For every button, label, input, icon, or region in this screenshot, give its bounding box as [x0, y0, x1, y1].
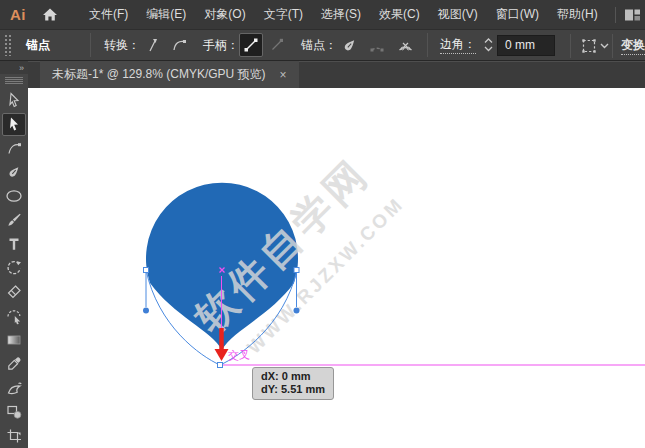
illustrator-window: Ai 文件(F) 编辑(E) 对象(O) 文字(T) 选择(S) 效果(C) 视…: [0, 0, 645, 448]
corner-label[interactable]: 边角：: [440, 36, 476, 54]
transform-link[interactable]: 变换: [621, 37, 645, 55]
gradient-tool[interactable]: [2, 329, 26, 352]
ellipse-tool[interactable]: [2, 185, 26, 208]
corner-stepper[interactable]: [482, 34, 495, 56]
drag-arrow-head: [215, 349, 229, 361]
menu-select[interactable]: 选择(S): [312, 0, 370, 29]
selection-tool[interactable]: [2, 89, 26, 112]
document-tab[interactable]: 未标题-1* @ 129.8% (CMYK/GPU 预览) ×: [40, 61, 299, 88]
selection-arrow-icon: [6, 92, 22, 108]
controlbar-divider: [427, 33, 428, 57]
tools-panel-header[interactable]: »: [0, 61, 28, 74]
eraser-tool[interactable]: [2, 281, 26, 304]
pen-nib-icon: [6, 164, 22, 180]
show-handles-button[interactable]: [239, 33, 263, 57]
bottom-anchor-point[interactable]: [218, 363, 223, 368]
menubar-divider: [615, 7, 616, 23]
measurement-tooltip: dX: 0 mm dY: 5.51 mm: [252, 367, 334, 400]
connect-endpoints-button[interactable]: [365, 33, 389, 57]
menu-window[interactable]: 窗口(W): [487, 0, 548, 29]
convert-to-smooth-button[interactable]: [167, 33, 191, 57]
context-label: 锚点: [26, 37, 50, 54]
anchors-label: 锚点：: [301, 37, 337, 54]
cut-path-button[interactable]: [393, 33, 417, 57]
tools-panel: »: [0, 61, 28, 448]
right-anchor-point[interactable]: [294, 268, 299, 273]
shape-builder-tool[interactable]: [2, 401, 26, 424]
rotate-tool[interactable]: [2, 257, 26, 280]
artboard-tool[interactable]: [2, 424, 26, 447]
scissors-path-icon: [397, 37, 414, 54]
shaper-icon: [6, 308, 23, 325]
curvature-tool[interactable]: [2, 137, 26, 160]
shape-builder-icon: [6, 403, 23, 420]
tooltip-dx: dX: 0 mm: [261, 370, 325, 383]
corner-radius-input[interactable]: [497, 35, 555, 56]
direct-selection-tool[interactable]: [2, 113, 26, 136]
eyedropper-tool[interactable]: [2, 353, 26, 376]
controlbar-divider: [90, 33, 91, 57]
artboard-icon: [6, 428, 22, 444]
width-swirl-icon: [6, 380, 23, 396]
convert-to-corner-button[interactable]: [140, 33, 164, 57]
menu-view[interactable]: 视图(V): [429, 0, 487, 29]
stepper-up-icon: [484, 38, 493, 44]
remove-anchor-button[interactable]: [337, 33, 361, 57]
connect-path-icon: [369, 37, 385, 53]
menu-help[interactable]: 帮助(H): [548, 0, 607, 29]
menu-object[interactable]: 对象(O): [195, 0, 254, 29]
artboard-canvas[interactable]: 软件自学网 WWW.RJZXW.COM: [28, 88, 645, 448]
curvature-icon: [6, 140, 22, 156]
main-area: »: [0, 61, 645, 448]
document-tab-bar: 未标题-1* @ 129.8% (CMYK/GPU 预览) ×: [28, 61, 645, 88]
left-handle-dot[interactable]: [143, 308, 149, 314]
control-bar: 锚点 转换： 手柄： 锚点： 边角：: [0, 29, 645, 61]
tools-panel-grip[interactable]: [5, 77, 23, 84]
paintbrush-tool[interactable]: [2, 209, 26, 232]
pen-nib-icon: [341, 37, 358, 54]
right-handle-dot[interactable]: [294, 308, 300, 314]
tab-close-icon[interactable]: ×: [280, 68, 287, 82]
menu-effect[interactable]: 效果(C): [370, 0, 429, 29]
chevron-down-icon: [600, 43, 609, 49]
controlbar-divider: [570, 30, 571, 61]
tooltip-dy: dY: 5.51 mm: [261, 383, 325, 396]
hide-handles-button[interactable]: [265, 33, 289, 57]
dashed-rect-icon: [581, 38, 597, 54]
controlbar-divider: [612, 30, 613, 61]
type-T-icon: [6, 236, 22, 252]
menu-file[interactable]: 文件(F): [80, 0, 137, 29]
main-menu: 文件(F) 编辑(E) 对象(O) 文字(T) 选择(S) 效果(C) 视图(V…: [80, 0, 607, 29]
artwork-layer: 软件自学网 WWW.RJZXW.COM: [28, 88, 645, 448]
handles-label: 手柄：: [203, 37, 239, 54]
left-anchor-point[interactable]: [144, 268, 149, 273]
hide-handles-icon: [269, 37, 285, 53]
stepper-down-icon: [484, 46, 493, 52]
rotate-icon: [6, 260, 22, 276]
menu-type[interactable]: 文字(T): [255, 0, 312, 29]
convert-label: 转换：: [104, 37, 140, 54]
panel-grip[interactable]: [4, 34, 12, 56]
intersect-label: 交叉: [228, 349, 250, 361]
smooth-point-icon: [171, 37, 187, 53]
eyedropper-icon: [6, 356, 22, 372]
workspace-layout-icon: [624, 8, 641, 22]
app-logo: Ai: [10, 6, 26, 23]
home-icon[interactable]: [42, 7, 58, 22]
direct-selection-arrow-icon: [6, 116, 22, 132]
width-tool[interactable]: [2, 377, 26, 400]
ellipse-icon: [5, 188, 23, 204]
show-handles-icon: [243, 37, 259, 53]
workspace-switcher[interactable]: [607, 7, 645, 23]
bounding-box-options-button[interactable]: [581, 30, 609, 61]
expand-panel-icon[interactable]: »: [19, 63, 24, 73]
eraser-icon: [6, 284, 22, 300]
menu-edit[interactable]: 编辑(E): [137, 0, 195, 29]
paintbrush-icon: [6, 212, 22, 228]
pen-tool[interactable]: [2, 161, 26, 184]
type-tool[interactable]: [2, 233, 26, 256]
menu-bar: Ai 文件(F) 编辑(E) 对象(O) 文字(T) 选择(S) 效果(C) 视…: [0, 0, 645, 29]
shaper-tool[interactable]: [2, 305, 26, 328]
document-title: 未标题-1* @ 129.8% (CMYK/GPU 预览): [52, 66, 266, 83]
document-area: 未标题-1* @ 129.8% (CMYK/GPU 预览) × 软件自学网 WW…: [28, 61, 645, 448]
